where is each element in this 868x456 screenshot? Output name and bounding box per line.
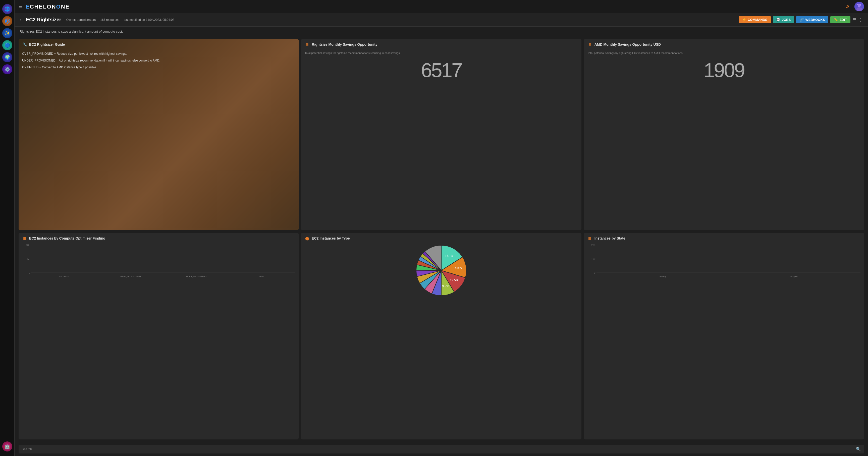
sidebar-icon-1[interactable]: 🌀 bbox=[2, 16, 12, 26]
sidebar-icon-3[interactable]: 🔵 bbox=[2, 40, 12, 50]
search-bar: 🔍 bbox=[19, 445, 864, 454]
compute-chart-container: 100500OPTIMIZEDOVER_PROVISIONEDUNDER_PRO… bbox=[19, 243, 299, 281]
edit-button[interactable]: ✏️ EDIT bbox=[830, 16, 850, 23]
pie-label: 9.2% bbox=[442, 284, 449, 288]
rightsize-savings-card: ⊞ Rightsize Monthly Savings Opportunity … bbox=[301, 39, 581, 230]
page-header: ‹ EC2 Rightsizer Owner: administrators 1… bbox=[14, 13, 868, 27]
y-axis-label: 100 bbox=[26, 243, 30, 246]
amd-icon: ⊞ bbox=[587, 42, 592, 47]
description-bar: Rightsizes EC2 instances to save a signi… bbox=[14, 27, 868, 36]
header-actions: ⚡ COMMANDS 💬 JOBS 🔗 WEBHOOKS ✏️ EDIT ☰ ⋮ bbox=[739, 16, 863, 23]
guide-title: EC2 Rightsizer Guide bbox=[29, 42, 65, 46]
hamburger-icon[interactable]: ☰ bbox=[19, 4, 23, 9]
instances-type-card: ⬤ EC2 Instances by Type 17.1%14.5%12.5%9… bbox=[301, 233, 581, 439]
refresh-button[interactable]: ↺ bbox=[845, 3, 849, 9]
amd-savings-card: ⊞ AMD Monthly Savings Opportunity USD To… bbox=[584, 39, 864, 230]
guide-card: 🔧 EC2 Rightsizer Guide OVER_PROVISIONED … bbox=[19, 39, 299, 230]
amd-value: 1909 bbox=[587, 55, 861, 86]
svg-point-6 bbox=[860, 4, 861, 5]
brand-logo: ECHELONONE bbox=[26, 3, 76, 10]
type-title: EC2 Instances by Type bbox=[312, 236, 350, 240]
back-button[interactable]: ‹ bbox=[20, 18, 21, 22]
compute-title: EC2 Instances by Compute Optimizer Findi… bbox=[29, 236, 105, 240]
left-sidebar: 🌐🌀✨🔵🌍⚙️ 🤖 bbox=[0, 0, 14, 456]
x-axis-label: OPTIMIZED bbox=[34, 275, 96, 278]
meta-info: Owner: administrators 167 resources last… bbox=[66, 18, 174, 22]
y-axis-label: 0 bbox=[29, 271, 30, 274]
lightning-icon: ⚡ bbox=[742, 18, 746, 22]
state-title: Instances by State bbox=[594, 236, 625, 240]
pie-label: 14.5% bbox=[453, 266, 462, 270]
bot-icon[interactable]: 🤖 bbox=[2, 442, 12, 452]
type-icon: ⬤ bbox=[305, 236, 310, 241]
guide-line: OVER_PROVISIONED = Reduce size per lowes… bbox=[22, 52, 295, 56]
owner-label: Owner: administrators bbox=[66, 18, 96, 22]
amd-title: AMD Monthly Savings Opportunity USD bbox=[594, 42, 661, 46]
jobs-button[interactable]: 💬 JOBS bbox=[773, 16, 794, 23]
pie-chart-svg: 17.1%14.5%12.5%9.2% bbox=[416, 245, 466, 296]
svg-point-4 bbox=[857, 7, 862, 11]
amd-desc: Total potential savings by rightsizing E… bbox=[587, 51, 861, 55]
search-bar-area: 🔍 bbox=[14, 442, 868, 456]
rightsize-value: 6517 bbox=[305, 55, 578, 86]
guide-content: OVER_PROVISIONED = Reduce size per lowes… bbox=[19, 49, 299, 75]
state-icon: ▦ bbox=[587, 236, 592, 241]
y-axis-label: 50 bbox=[27, 257, 30, 260]
webhooks-button[interactable]: 🔗 WEBHOOKS bbox=[796, 16, 828, 23]
main-area: ☰ ECHELONONE ↺ ‹ EC2 Rightsi bbox=[14, 0, 868, 456]
y-axis-label: 0 bbox=[594, 271, 595, 274]
guide-line: OPTIMIZED = Convert to AMD instance type… bbox=[22, 65, 295, 70]
pie-label: 17.1% bbox=[445, 254, 453, 258]
svg-point-5 bbox=[857, 4, 858, 5]
sidebar-icon-4[interactable]: 🌍 bbox=[2, 52, 12, 62]
guide-line: UNDER_PROVISIONED = Act on rightsize rec… bbox=[22, 58, 295, 63]
search-icon: 🔍 bbox=[856, 447, 861, 452]
x-axis-label: UNDER_PROVISIONED bbox=[165, 275, 227, 278]
search-input[interactable] bbox=[22, 447, 854, 451]
page-title: EC2 Rightsizer bbox=[26, 17, 61, 23]
content-panel: ‹ EC2 Rightsizer Owner: administrators 1… bbox=[14, 13, 868, 456]
jobs-icon: 💬 bbox=[776, 18, 780, 22]
filter-icon[interactable]: ☰ bbox=[852, 17, 857, 23]
guide-icon: 🔧 bbox=[22, 42, 27, 47]
svg-point-3 bbox=[858, 4, 861, 7]
more-menu-icon[interactable]: ⋮ bbox=[859, 17, 863, 23]
user-avatar[interactable] bbox=[855, 2, 864, 11]
x-axis-label: running bbox=[599, 275, 727, 278]
x-axis-label: OVER_PROVISIONED bbox=[99, 275, 162, 278]
brand-svg: ECHELONONE bbox=[26, 3, 76, 10]
resources-label: 167 resources bbox=[100, 18, 119, 22]
y-axis-label: 100 bbox=[591, 257, 595, 260]
modified-label: last modified on 11/04/2023, 05:04:03 bbox=[124, 18, 174, 22]
commands-button[interactable]: ⚡ COMMANDS bbox=[739, 16, 771, 23]
instances-state-card: ▦ Instances by State 2001000runningstopp… bbox=[584, 233, 864, 439]
compute-finding-card: ▦ EC2 Instances by Compute Optimizer Fin… bbox=[19, 233, 299, 439]
top-nav: ☰ ECHELONONE ↺ bbox=[14, 0, 868, 13]
webhooks-icon: 🔗 bbox=[800, 18, 804, 22]
pie-chart-wrapper: 17.1%14.5%12.5%9.2% bbox=[301, 243, 581, 298]
pie-label: 12.5% bbox=[450, 279, 458, 282]
description-text: Rightsizes EC2 instances to save a signi… bbox=[20, 30, 123, 33]
svg-text:ECHELONONE: ECHELONONE bbox=[26, 3, 69, 10]
rightsize-desc: Total potential savings for rightsize re… bbox=[305, 51, 578, 55]
sidebar-icon-5[interactable]: ⚙️ bbox=[2, 64, 12, 74]
compute-icon: ▦ bbox=[22, 236, 27, 241]
state-chart-container: 2001000runningstopped bbox=[584, 243, 864, 281]
rightsize-icon: ⊞ bbox=[305, 42, 310, 47]
x-axis-label: None bbox=[230, 275, 292, 278]
sidebar-icon-0[interactable]: 🌐 bbox=[2, 4, 12, 14]
y-axis-label: 200 bbox=[591, 243, 595, 246]
x-axis-label: stopped bbox=[730, 275, 858, 278]
sidebar-icon-2[interactable]: ✨ bbox=[2, 28, 12, 38]
cards-grid: 🔧 EC2 Rightsizer Guide OVER_PROVISIONED … bbox=[14, 36, 868, 442]
rightsize-title: Rightsize Monthly Savings Opportunity bbox=[312, 42, 377, 46]
edit-icon: ✏️ bbox=[834, 18, 838, 22]
